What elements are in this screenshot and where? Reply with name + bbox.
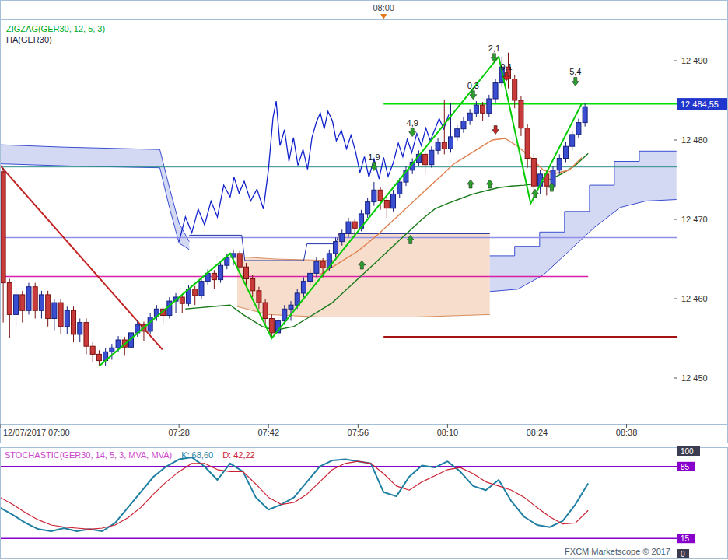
candle-body	[455, 129, 460, 137]
candle-body	[14, 295, 19, 315]
candle-body	[481, 105, 485, 113]
candle-body	[487, 99, 492, 113]
time-axis-label: 07:42	[257, 428, 279, 437]
stoch-k-value: K: 68,60	[181, 450, 213, 460]
candle-body	[334, 242, 338, 254]
candle-body	[442, 142, 446, 149]
candle-body	[423, 154, 428, 164]
stochastic-plot-area[interactable]	[0, 457, 677, 538]
candle-body	[576, 123, 581, 135]
candle-body	[167, 301, 172, 315]
down-arrow-marker	[409, 128, 416, 137]
main-price-chart[interactable]: 1,94,90,32,10,15,412 49012 48012 47012 4…	[0, 0, 728, 443]
current-price-label: 12 484,55	[681, 100, 719, 109]
candle-body	[295, 293, 299, 305]
legend-item: ZIGZAG(GER30, 12, 5, 3)	[6, 23, 105, 34]
legend-item: HA(GER30)	[6, 34, 105, 45]
down-arrow-marker	[572, 77, 579, 86]
candle-body	[46, 295, 51, 319]
stoch-panel-border	[1, 448, 728, 559]
time-axis-label: 08:38	[616, 428, 638, 437]
time-axis-label: 08:10	[437, 428, 459, 437]
candle-body	[346, 222, 351, 233]
stochastic-indicator-chart[interactable]: 10085150	[0, 443, 728, 560]
candle-body	[7, 283, 12, 315]
copyright-watermark: FXCM Marketscope © 2017	[565, 547, 670, 556]
down-arrow-marker	[491, 54, 498, 62]
stochastic-legend: STOCHASTIC(GER30, 14, 5, 3, MVA, MVA)K: …	[5, 450, 264, 460]
candle-body	[320, 261, 325, 268]
candle-body	[26, 287, 31, 311]
main-axes: 12 49012 48012 47012 46012 45012 484,551…	[0, 1, 728, 443]
candle-body	[90, 346, 95, 354]
up-arrow-marker	[486, 180, 493, 188]
candle-body	[65, 310, 69, 326]
down-arrow-marker	[492, 126, 499, 135]
candle-body	[570, 135, 575, 146]
price-axis-label: 12 450	[681, 373, 708, 383]
candle-body	[237, 254, 242, 267]
session-time-label: 08:00	[373, 3, 394, 12]
candle-body	[263, 303, 268, 318]
candle-body	[199, 282, 204, 296]
candle-body	[20, 295, 25, 310]
candle-body	[557, 159, 562, 170]
candle-body	[366, 202, 370, 214]
main-chart-legend: ZIGZAG(GER30, 12, 5, 3)HA(GER30)	[6, 23, 105, 45]
ichimoku-cloud	[490, 151, 677, 291]
candle-body	[493, 83, 498, 99]
candle-body	[116, 340, 121, 348]
candle-body	[384, 201, 389, 208]
candle-body	[193, 289, 198, 296]
candle-body	[110, 348, 114, 352]
candle-body	[449, 137, 453, 149]
session-marker-icon	[380, 14, 387, 19]
candle-body	[289, 305, 293, 309]
candle-body	[352, 222, 357, 228]
zigzag-value-label: 0,3	[467, 81, 479, 90]
price-axis-label: 12 470	[681, 215, 708, 224]
price-axis-label: 12 490	[681, 56, 708, 65]
cloud-bottom-edge	[0, 164, 189, 250]
zigzag-value-label: 0,1	[500, 62, 512, 72]
candle-body	[301, 282, 306, 293]
candle-body	[513, 79, 517, 101]
candle-body	[33, 287, 37, 311]
candle-body	[525, 128, 530, 159]
candle-body	[282, 309, 287, 320]
candle-body	[474, 105, 478, 113]
stoch-axis-label: 15	[681, 534, 690, 543]
main-plot-area[interactable]: 1,94,90,32,10,15,4	[0, 44, 677, 366]
candle-body	[563, 146, 568, 158]
stoch-d-line	[0, 461, 588, 529]
candle-body	[269, 319, 274, 333]
time-axis-label: 12/07/2017 07:00	[3, 428, 70, 437]
trendline[interactable]	[0, 166, 163, 350]
zigzag-value-label: 1,9	[368, 152, 380, 162]
candle-body	[378, 190, 383, 200]
price-axis-label: 12 460	[681, 294, 708, 303]
candle-body	[429, 150, 434, 164]
candle-body	[250, 279, 255, 291]
candle-body	[78, 323, 82, 334]
main-panel-border	[1, 1, 728, 443]
trading-platform-chart: 1,94,90,32,10,15,412 49012 48012 47012 4…	[0, 0, 728, 560]
candle-body	[212, 273, 216, 279]
time-axis-label: 07:28	[168, 428, 190, 437]
candle-body	[519, 100, 523, 128]
price-axis-label: 12 480	[681, 135, 708, 145]
candle-body	[1, 172, 5, 283]
candles-series	[1, 53, 587, 366]
stoch-k-line	[0, 457, 588, 531]
candle-body	[583, 107, 587, 122]
candle-body	[39, 295, 44, 310]
candle-body	[531, 159, 536, 187]
candle-body	[96, 354, 101, 360]
time-axis-label: 08:24	[527, 428, 548, 437]
candle-body	[340, 233, 345, 241]
stoch-d-value: D: 42,22	[222, 450, 255, 460]
candle-body	[243, 267, 248, 278]
zigzag-value-label: 5,4	[569, 67, 581, 76]
candle-body	[397, 182, 402, 194]
candle-body	[461, 121, 466, 129]
